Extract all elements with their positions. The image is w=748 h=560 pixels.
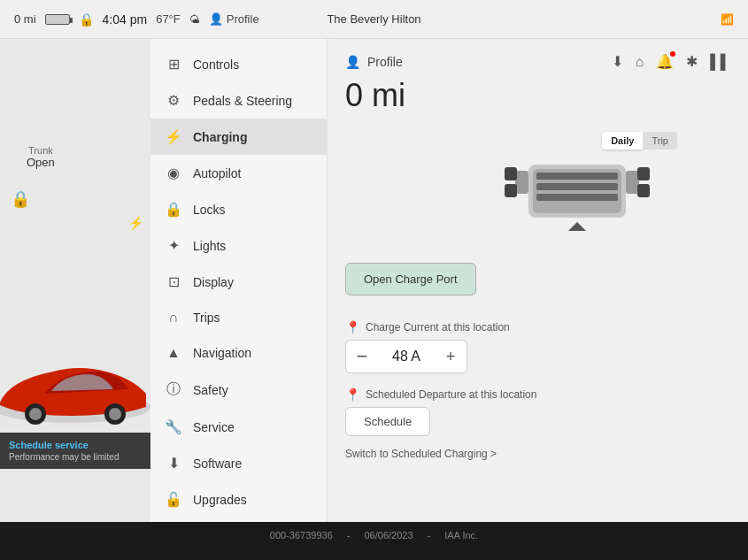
display-icon: ⊡	[165, 273, 182, 290]
charging-panel: 👤 Profile ⬇ ⌂ 🔔 ✱ ▌▌ 0 mi	[328, 39, 748, 522]
home-icon[interactable]: ⌂	[636, 54, 644, 70]
nav-item-autopilot[interactable]: ◉ Autopilot	[150, 155, 327, 191]
tesla-screen: 0 mi 🔒 4:04 pm 67°F 🌤 👤 Profile The Beve…	[0, 0, 748, 522]
panel-profile-icon: 👤	[345, 55, 360, 69]
lights-icon: ✦	[165, 237, 182, 254]
car-image-area: Trunk Open 🔒 ⚡	[0, 39, 150, 522]
trips-icon: ∩	[165, 310, 182, 326]
panel-header: 👤 Profile ⬇ ⌂ 🔔 ✱ ▌▌	[345, 53, 730, 70]
software-icon: ⬇	[165, 455, 182, 472]
controls-icon: ⊞	[165, 56, 182, 73]
current-value: 48 A	[378, 349, 435, 364]
autopilot-icon: ◉	[165, 165, 182, 181]
profile-icon: 👤	[209, 12, 223, 26]
svg-rect-12	[505, 167, 517, 180]
bottom-info-bar: 000-36739936 - 06/06/2023 - IAA Inc.	[0, 522, 748, 548]
download-icon[interactable]: ⬇	[612, 53, 623, 70]
odometer: 0 mi	[14, 12, 36, 26]
panel-icons: ⬇ ⌂ 🔔 ✱ ▌▌	[612, 53, 730, 70]
battery-indicator	[45, 14, 70, 25]
svg-marker-16	[568, 222, 586, 231]
panel-profile: 👤 Profile	[345, 55, 403, 69]
upgrades-icon: 🔓	[165, 491, 182, 508]
nav-item-software[interactable]: ⬇ Software	[150, 445, 327, 481]
nav-item-safety[interactable]: ⓘ Safety	[150, 371, 327, 409]
schedule-service-banner[interactable]: Schedule service Performance may be limi…	[0, 433, 150, 469]
status-bar-right: 📶	[721, 13, 734, 26]
navigation-icon: ▲	[165, 345, 182, 361]
nav-item-trips[interactable]: ∩ Trips	[150, 300, 327, 335]
location-display: The Beverly Hilton	[327, 12, 420, 26]
charging-icon: ⚡	[165, 128, 182, 145]
current-control: − 48 A +	[345, 340, 730, 373]
departure-section: 📍 Scheduled Departure at this location S…	[345, 387, 730, 461]
trunk-status: Trunk Open	[27, 145, 55, 169]
nav-item-navigation[interactable]: ▲ Navigation	[150, 335, 327, 371]
departure-label: 📍 Scheduled Departure at this location	[345, 387, 730, 402]
weather-icon: 🌤	[189, 13, 200, 26]
car-diagram-area: Daily Trip	[345, 125, 730, 249]
status-bar: 0 mi 🔒 4:04 pm 67°F 🌤 👤 Profile The Beve…	[0, 0, 748, 39]
car-side-view	[0, 345, 150, 433]
departure-pin-icon: 📍	[345, 387, 360, 402]
lock-status-icon: 🔒	[79, 12, 94, 27]
svg-rect-7	[536, 173, 618, 180]
location-pin-icon: 📍	[345, 320, 360, 334]
svg-rect-10	[515, 171, 528, 194]
switch-charging-link[interactable]: Switch to Scheduled Charging >	[345, 448, 497, 460]
svg-rect-15	[637, 184, 650, 197]
svg-point-4	[109, 408, 121, 420]
open-charge-port-button[interactable]: Open Charge Port	[345, 263, 476, 295]
nav-item-service[interactable]: 🔧 Service	[150, 409, 327, 445]
company-name: IAA Inc.	[444, 530, 478, 541]
service-icon: 🔧	[165, 418, 182, 435]
increase-current-button[interactable]: +	[435, 341, 467, 372]
info-separator2: -	[428, 530, 431, 541]
profile-status[interactable]: 👤 Profile	[209, 12, 259, 26]
charge-indicator-icon: ⚡	[128, 216, 143, 230]
main-content: Trunk Open 🔒 ⚡	[0, 39, 748, 522]
nav-item-pedals[interactable]: ⚙ Pedals & Steering	[150, 82, 327, 119]
nav-item-upgrades[interactable]: 🔓 Upgrades	[150, 481, 327, 518]
alert-dot	[670, 51, 675, 57]
notification-icon[interactable]: 🔔	[656, 53, 674, 70]
nav-menu: ⊞ Controls ⚙ Pedals & Steering ⚡ Chargin…	[150, 39, 328, 522]
temperature: 67°F	[156, 12, 181, 26]
svg-rect-11	[626, 171, 639, 194]
info-separator: -	[347, 530, 351, 541]
svg-rect-8	[536, 183, 618, 190]
safety-icon: ⓘ	[165, 380, 182, 399]
left-panel: Trunk Open 🔒 ⚡	[0, 39, 150, 522]
odometer-large: 0 mi	[345, 77, 730, 114]
svg-point-2	[29, 408, 42, 420]
amperage-control: − 48 A +	[345, 340, 467, 373]
nav-item-charging[interactable]: ⚡ Charging	[150, 119, 327, 155]
charge-current-label: 📍 Charge Current at this location	[345, 320, 730, 334]
decrease-current-button[interactable]: −	[346, 341, 378, 372]
left-lock-icon: 🔒	[11, 189, 30, 209]
nav-item-display[interactable]: ⊡ Display	[150, 264, 327, 300]
car-top-view	[480, 125, 675, 240]
case-number: 000-36739936	[270, 530, 333, 541]
clock: 4:04 pm	[103, 12, 148, 27]
case-date: 06/06/2023	[364, 530, 413, 541]
nav-item-controls[interactable]: ⊞ Controls	[150, 46, 327, 82]
svg-rect-14	[637, 167, 650, 180]
svg-rect-13	[505, 184, 517, 197]
nav-item-locks[interactable]: 🔒 Locks	[150, 191, 327, 227]
bluetooth-icon[interactable]: ✱	[686, 53, 698, 70]
signal-icon: 📶	[721, 13, 734, 26]
signal-bars-icon: ▌▌	[710, 54, 730, 70]
schedule-button[interactable]: Schedule	[345, 407, 430, 436]
svg-rect-9	[536, 194, 618, 201]
nav-item-lights[interactable]: ✦ Lights	[150, 227, 327, 264]
lock-icon: 🔒	[165, 201, 182, 218]
pedals-icon: ⚙	[165, 92, 182, 109]
